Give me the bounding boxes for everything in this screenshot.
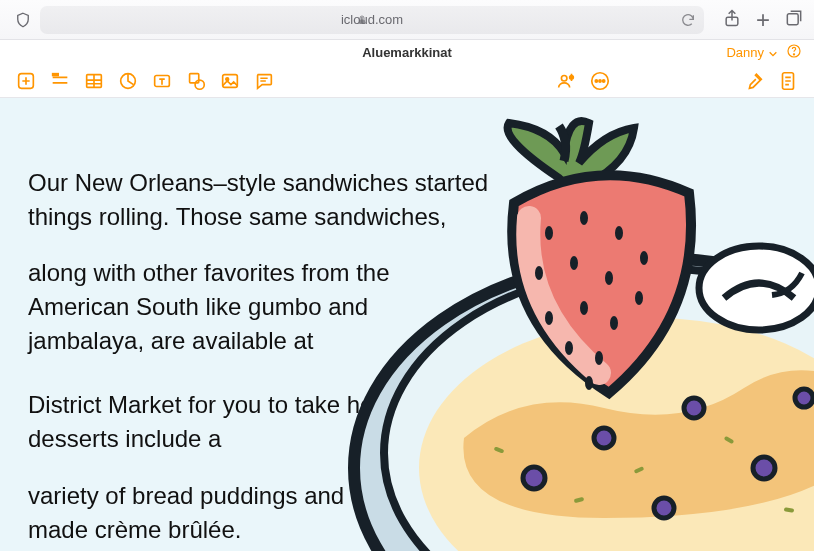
svg-point-29	[795, 389, 813, 407]
paragraph-style-icon[interactable]	[48, 69, 72, 93]
svg-point-18	[599, 79, 601, 81]
add-button-icon[interactable]	[14, 69, 38, 93]
svg-rect-2	[787, 13, 798, 24]
shape-icon[interactable]	[184, 69, 208, 93]
address-bar[interactable]: icloud.com	[40, 6, 704, 34]
svg-point-42	[605, 271, 613, 285]
svg-point-46	[610, 316, 618, 330]
svg-point-35	[699, 246, 814, 330]
media-icon[interactable]	[218, 69, 242, 93]
svg-point-4	[793, 53, 794, 54]
svg-point-15	[570, 75, 574, 79]
collaborate-icon[interactable]	[554, 69, 578, 93]
svg-rect-12	[223, 74, 238, 87]
svg-point-14	[561, 75, 567, 81]
svg-point-43	[635, 291, 643, 305]
share-icon[interactable]	[722, 8, 742, 32]
svg-point-24	[523, 467, 545, 489]
svg-point-36	[545, 226, 553, 240]
tabs-icon[interactable]	[784, 8, 804, 32]
svg-point-26	[684, 398, 704, 418]
svg-point-47	[565, 341, 573, 355]
new-tab-icon[interactable]: +	[756, 8, 770, 32]
document-settings-icon[interactable]	[776, 69, 800, 93]
document-title: Aluemarkkinat	[362, 45, 452, 60]
user-name: Danny	[726, 45, 764, 60]
svg-point-38	[615, 226, 623, 240]
table-icon[interactable]	[82, 69, 106, 93]
document-canvas[interactable]: Our New Orleans–style sandwiches started…	[0, 98, 814, 551]
svg-point-49	[585, 376, 593, 390]
svg-point-48	[595, 351, 603, 365]
app-header: Aluemarkkinat Danny	[0, 40, 814, 64]
svg-point-11	[195, 80, 204, 89]
svg-point-25	[594, 428, 614, 448]
text-box-icon[interactable]	[150, 69, 174, 93]
svg-point-41	[570, 256, 578, 270]
url-text: icloud.com	[341, 12, 403, 27]
chart-icon[interactable]	[116, 69, 140, 93]
dessert-illustration	[334, 98, 814, 551]
svg-point-39	[640, 251, 648, 265]
svg-point-44	[545, 311, 553, 325]
browser-actions: +	[712, 8, 804, 32]
help-icon[interactable]	[786, 43, 802, 62]
svg-point-27	[654, 498, 674, 518]
comment-icon[interactable]	[252, 69, 276, 93]
svg-rect-6	[53, 73, 59, 75]
svg-point-17	[595, 79, 597, 81]
browser-chrome: icloud.com +	[0, 0, 814, 40]
reload-icon[interactable]	[680, 12, 696, 28]
privacy-shield-icon[interactable]	[14, 11, 32, 29]
format-brush-icon[interactable]	[742, 69, 766, 93]
svg-point-37	[580, 211, 588, 225]
svg-point-28	[753, 457, 775, 479]
svg-point-19	[603, 79, 605, 81]
user-menu[interactable]: Danny	[726, 45, 778, 60]
svg-point-45	[580, 301, 588, 315]
svg-point-40	[535, 266, 543, 280]
toolbar	[0, 64, 814, 98]
more-icon[interactable]	[588, 69, 612, 93]
chevron-down-icon	[768, 47, 778, 57]
